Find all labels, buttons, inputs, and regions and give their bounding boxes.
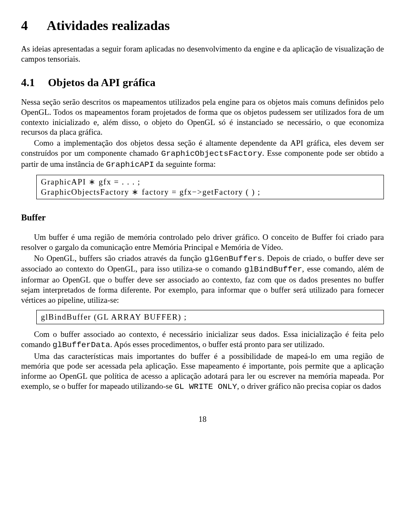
code-glbufferdata: glBufferData (52, 340, 110, 350)
section-intro: As ideias apresentadas a seguir foram ap… (21, 44, 384, 64)
buffer-heading: Buffer (21, 212, 384, 223)
section-number: 4 (21, 17, 44, 34)
code-block-factory: GraphicAPI ∗ gfx = . . . ; GraphicObject… (36, 175, 384, 199)
buffer-p1: Um buffer é uma região de memória contro… (21, 232, 384, 252)
subsection-p1: Nessa seção serão descritos os mapeament… (21, 97, 384, 137)
section-heading: 4 Atividades realizadas (21, 17, 384, 34)
code-block-bindbuffer: glBindBuffer (GL ARRAY BUFFER) ; (36, 310, 384, 324)
subsection-p2: Como a implementação dos objetos dessa s… (21, 138, 384, 170)
code-glwriteonly: GL WRITE ONLY (175, 382, 237, 391)
subsection-number: 4.1 (21, 76, 45, 90)
subsection-title: Objetos da API gráfica (48, 76, 156, 89)
code-glgenbuffers: glGenBuffers (205, 254, 262, 263)
buffer-p3: Com o buffer associado ao contexto, é ne… (21, 329, 384, 350)
code-graphicapi: GraphicAPI (106, 160, 154, 169)
code-glbindbuffer: glBindBuffer (244, 265, 302, 274)
code-graphicobjectsfactory: GraphicObjectsFactory (161, 149, 262, 158)
section-title: Atividades realizadas (47, 18, 170, 33)
page-number: 18 (21, 414, 384, 424)
buffer-p4: Uma das características mais importantes… (21, 351, 384, 392)
buffer-p2: No OpenGL, buffers são criados através d… (21, 253, 384, 305)
subsection-heading: 4.1 Objetos da API gráfica (21, 76, 384, 90)
